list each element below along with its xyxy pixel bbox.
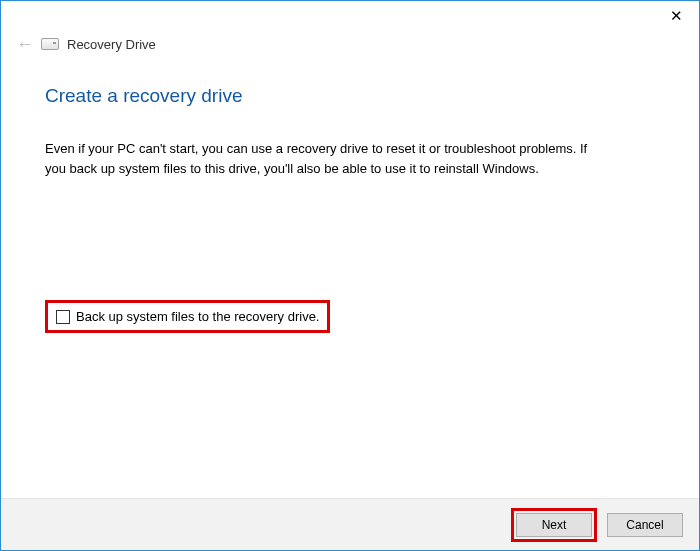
header-title: Recovery Drive (67, 37, 156, 52)
arrow-left-icon: ← (16, 34, 34, 55)
back-button[interactable]: ← (9, 34, 41, 55)
next-button-highlight: Next (511, 508, 597, 542)
header: ← Recovery Drive (1, 27, 699, 61)
backup-option-label: Back up system files to the recovery dri… (76, 309, 319, 324)
next-button[interactable]: Next (516, 513, 592, 537)
recovery-drive-dialog: ✕ ← Recovery Drive Create a recovery dri… (0, 0, 700, 551)
backup-option-row[interactable]: Back up system files to the recovery dri… (45, 300, 330, 333)
body-text: Even if your PC can't start, you can use… (45, 139, 605, 178)
backup-checkbox[interactable] (56, 310, 70, 324)
cancel-button[interactable]: Cancel (607, 513, 683, 537)
content-area: Create a recovery drive Even if your PC … (1, 61, 699, 498)
footer: Next Cancel (1, 498, 699, 550)
drive-icon (41, 38, 59, 50)
close-icon: ✕ (670, 7, 683, 25)
cancel-button-wrap: Cancel (605, 511, 685, 539)
page-heading: Create a recovery drive (45, 85, 655, 107)
